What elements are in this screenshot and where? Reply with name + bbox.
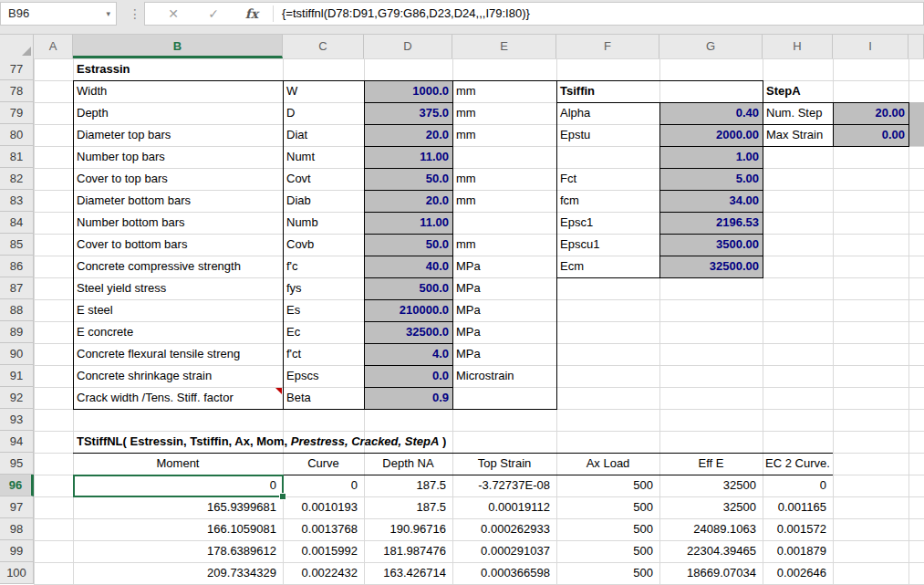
column-header-partial[interactable] xyxy=(908,35,924,58)
param-value[interactable]: 0.9 xyxy=(364,387,452,409)
section-title[interactable]: StepA xyxy=(763,80,833,102)
table-cell[interactable]: 500 xyxy=(556,496,659,518)
column-header-g[interactable]: G xyxy=(659,35,763,58)
param-unit[interactable]: mm xyxy=(452,234,556,256)
param-value[interactable]: 500.0 xyxy=(364,277,452,299)
param-symbol[interactable]: Diab xyxy=(283,190,364,212)
param-symbol[interactable]: D xyxy=(283,102,364,124)
param-symbol[interactable]: fys xyxy=(283,277,364,299)
cancel-icon[interactable]: ✕ xyxy=(158,3,189,25)
row-header-93[interactable]: 93 xyxy=(0,409,34,431)
param-value[interactable]: 0.0 xyxy=(364,365,452,387)
param-symbol[interactable]: Numt xyxy=(283,146,364,168)
column-header-c[interactable]: C xyxy=(283,35,364,58)
param-value[interactable]: 1.00 xyxy=(659,146,763,168)
param-symbol[interactable]: Covt xyxy=(283,168,364,190)
param-value[interactable]: 20.0 xyxy=(364,190,452,212)
name-box-dropdown-icon[interactable]: ▾ xyxy=(106,3,110,25)
param-value[interactable]: 40.0 xyxy=(364,256,452,277)
row-header-79[interactable]: 79 xyxy=(0,102,34,124)
column-header-d[interactable]: D xyxy=(364,35,452,58)
param-symbol[interactable]: Covb xyxy=(283,234,364,256)
param-label[interactable]: Diameter bottom bars xyxy=(73,190,283,212)
table-column-header[interactable]: Depth NA xyxy=(364,453,452,475)
param-label[interactable]: Alpha xyxy=(556,102,659,124)
param-value[interactable]: 11.00 xyxy=(364,212,452,234)
param-value[interactable]: 50.0 xyxy=(364,234,452,256)
selected-cell-outline[interactable] xyxy=(73,475,284,497)
param-unit[interactable]: MPa xyxy=(452,299,556,321)
column-header-a[interactable]: A xyxy=(34,35,73,58)
table-cell[interactable]: 0.00019112 xyxy=(452,496,556,518)
table-cell[interactable]: 0.002646 xyxy=(763,562,833,584)
row-header-78[interactable]: 78 xyxy=(0,80,34,102)
param-label[interactable]: Number top bars xyxy=(73,146,283,168)
param-unit[interactable]: mm xyxy=(452,168,556,190)
row-header-94[interactable]: 94 xyxy=(0,431,34,453)
row-header-100[interactable]: 100 xyxy=(0,562,34,584)
table-column-header[interactable]: Eff E xyxy=(659,453,763,475)
param-label[interactable]: Cover to bottom bars xyxy=(73,234,283,256)
param-label[interactable]: Concrete flexural tensile streng xyxy=(73,343,283,365)
table-cell[interactable]: 32500 xyxy=(659,496,763,518)
row-header-96[interactable]: 96 xyxy=(0,475,34,496)
param-value[interactable]: 375.0 xyxy=(364,102,452,124)
param-label[interactable]: Diameter top bars xyxy=(73,124,283,146)
param-value[interactable]: 0.00 xyxy=(833,124,908,146)
formula-input[interactable]: {=tstiffnl(D78:D91,G79:G86,D23,D24,,,I79… xyxy=(282,3,530,25)
param-label[interactable]: Epsc1 xyxy=(556,212,659,234)
table-cell[interactable]: 0.001572 xyxy=(763,518,833,540)
param-unit[interactable]: Microstrain xyxy=(452,365,556,387)
param-label[interactable]: Width xyxy=(73,80,283,102)
table-cell[interactable]: 500 xyxy=(556,475,659,496)
fill-handle[interactable] xyxy=(279,493,286,500)
table-cell[interactable]: 178.6389612 xyxy=(73,540,283,562)
accept-icon[interactable]: ✓ xyxy=(198,3,229,25)
table-cell[interactable]: 24089.1063 xyxy=(659,518,763,540)
table-cell[interactable]: 190.96716 xyxy=(364,518,452,540)
param-value[interactable]: 20.00 xyxy=(833,102,908,124)
table-cell[interactable]: 163.426714 xyxy=(364,562,452,584)
table-cell[interactable]: 0 xyxy=(763,475,833,496)
param-unit[interactable]: mm xyxy=(452,80,556,102)
row-header-86[interactable]: 86 xyxy=(0,256,34,277)
param-value[interactable]: 11.00 xyxy=(364,146,452,168)
table-cell[interactable]: 0.001879 xyxy=(763,540,833,562)
row-header-89[interactable]: 89 xyxy=(0,321,34,343)
table-cell[interactable]: 22304.39465 xyxy=(659,540,763,562)
insert-function-icon[interactable]: fx xyxy=(236,3,267,25)
param-value[interactable]: 50.0 xyxy=(364,168,452,190)
table-cell[interactable]: 0.0010193 xyxy=(283,496,364,518)
table-cell[interactable]: 0.000366598 xyxy=(452,562,556,584)
column-header-e[interactable]: E xyxy=(452,35,556,58)
param-value[interactable]: 20.0 xyxy=(364,124,452,146)
param-symbol[interactable]: f'c xyxy=(283,256,364,277)
table-cell[interactable]: 500 xyxy=(556,562,659,584)
table-cell[interactable]: 18669.07034 xyxy=(659,562,763,584)
row-header-83[interactable]: 83 xyxy=(0,190,34,212)
table-column-header[interactable]: Ax Load xyxy=(556,453,659,475)
row-header-99[interactable]: 99 xyxy=(0,540,34,562)
param-label[interactable]: Crack width /Tens. Stiff. factor xyxy=(73,387,283,409)
table-column-header[interactable]: Top Strain xyxy=(452,453,556,475)
param-value[interactable]: 2196.53 xyxy=(659,212,763,234)
param-label[interactable]: Max Strain xyxy=(763,124,833,146)
param-value[interactable]: 5.00 xyxy=(659,168,763,190)
table-cell[interactable]: -3.72737E-08 xyxy=(452,475,556,496)
param-value[interactable]: 34.00 xyxy=(659,190,763,212)
section-title[interactable]: Tsiffin xyxy=(556,80,659,102)
table-cell[interactable]: 0.0013768 xyxy=(283,518,364,540)
param-label[interactable]: Ecm xyxy=(556,256,659,277)
param-value[interactable]: 32500.0 xyxy=(364,321,452,343)
row-header-85[interactable]: 85 xyxy=(0,234,34,256)
param-symbol[interactable]: W xyxy=(283,80,364,102)
param-label[interactable]: Epstu xyxy=(556,124,659,146)
row-header-90[interactable]: 90 xyxy=(0,343,34,365)
column-header-h[interactable]: H xyxy=(763,35,833,58)
param-symbol[interactable]: Diat xyxy=(283,124,364,146)
param-label[interactable]: Number bottom bars xyxy=(73,212,283,234)
table-cell[interactable]: 0 xyxy=(283,475,364,496)
table-cell[interactable]: 500 xyxy=(556,540,659,562)
row-header-97[interactable]: 97 xyxy=(0,496,34,518)
table-cell[interactable]: 187.5 xyxy=(364,496,452,518)
